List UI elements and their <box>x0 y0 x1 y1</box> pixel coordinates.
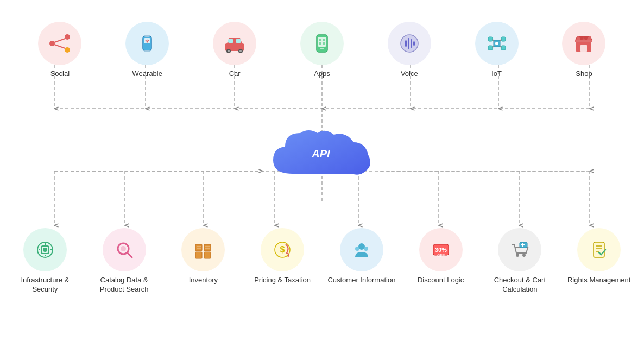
inventory-icon <box>181 228 225 271</box>
checkout-icon <box>498 228 541 271</box>
svg-text:API: API <box>311 148 330 160</box>
iot-icon <box>475 22 519 65</box>
svg-point-67 <box>43 248 47 252</box>
svg-rect-76 <box>204 244 211 251</box>
svg-line-58 <box>500 39 501 41</box>
svg-rect-41 <box>320 48 324 49</box>
svg-text:30%: 30% <box>435 247 447 253</box>
svg-point-86 <box>355 247 359 251</box>
svg-rect-40 <box>318 37 326 47</box>
rights-icon <box>577 228 621 271</box>
shop-icon <box>562 22 605 65</box>
svg-point-38 <box>239 50 242 52</box>
svg-rect-44 <box>319 42 321 45</box>
svg-rect-45 <box>323 42 325 45</box>
inventory-node: Inventory <box>168 228 238 294</box>
svg-line-60 <box>500 46 501 48</box>
svg-point-22 <box>49 41 55 46</box>
svg-rect-53 <box>488 37 493 41</box>
car-node: Car <box>199 22 270 79</box>
api-cloud: API <box>262 125 382 190</box>
voice-label: Voice <box>401 70 418 79</box>
discount-icon: 30% OFF <box>419 228 463 271</box>
svg-rect-34 <box>236 39 241 43</box>
svg-rect-48 <box>408 38 409 49</box>
rights-node: Rights Management <box>564 228 634 294</box>
pricing-node: $ Pricing & Taxation <box>247 228 318 294</box>
svg-rect-56 <box>501 46 506 50</box>
svg-rect-64 <box>575 40 592 42</box>
svg-rect-63 <box>580 45 587 52</box>
iot-node: IoT <box>462 22 532 79</box>
svg-rect-54 <box>501 37 506 41</box>
svg-point-91 <box>516 254 519 257</box>
social-icon <box>38 22 81 65</box>
shop-label: Shop <box>576 70 592 79</box>
svg-rect-75 <box>195 244 202 251</box>
svg-rect-77 <box>195 252 202 258</box>
pricing-icon: $ <box>261 228 304 271</box>
svg-point-74 <box>121 246 126 251</box>
customer-label: Customer Information <box>327 276 395 285</box>
pricing-label: Pricing & Taxation <box>254 276 311 285</box>
svg-rect-43 <box>323 39 325 41</box>
svg-point-23 <box>65 34 70 40</box>
catalog-icon <box>103 228 146 271</box>
infra-icon <box>23 228 67 271</box>
svg-point-87 <box>364 247 368 251</box>
discount-node: 30% OFF Discount Logic <box>406 228 476 294</box>
apps-icon <box>300 22 344 65</box>
svg-line-57 <box>493 39 494 41</box>
catalog-label: Catalog Data & Product Search <box>89 276 160 294</box>
svg-point-31 <box>147 41 148 43</box>
car-label: Car <box>229 70 241 79</box>
svg-text:$: $ <box>280 245 285 254</box>
discount-label: Discount Logic <box>418 276 464 285</box>
voice-node: Voice <box>374 22 445 79</box>
rights-label: Rights Management <box>567 276 630 285</box>
shop-node: Shop <box>548 22 619 79</box>
svg-rect-96 <box>594 242 604 257</box>
bottom-nodes: Infrastructure & Security Catalog Data &… <box>0 228 644 294</box>
inventory-label: Inventory <box>189 276 218 285</box>
checkout-label: Checkout & Cart Calculation <box>484 276 555 294</box>
svg-text:OFF: OFF <box>437 254 445 257</box>
wearable-icon <box>125 22 169 65</box>
apps-node: Apps <box>287 22 357 79</box>
svg-rect-55 <box>488 46 493 50</box>
svg-line-73 <box>127 252 132 257</box>
apps-label: Apps <box>314 70 330 79</box>
svg-point-52 <box>495 42 498 45</box>
svg-rect-29 <box>144 35 150 37</box>
infra-label: Infrastructure & Security <box>10 276 80 294</box>
social-node: Social <box>24 22 95 79</box>
customer-icon <box>340 228 383 271</box>
api-diagram: API Social <box>0 0 644 341</box>
catalog-node: Catalog Data & Product Search <box>89 228 160 294</box>
top-nodes: Social Wearable <box>0 22 644 79</box>
car-icon <box>213 22 256 65</box>
svg-rect-33 <box>228 39 233 43</box>
svg-line-26 <box>54 45 65 48</box>
social-label: Social <box>50 70 70 79</box>
customer-node: Customer Information <box>326 228 397 294</box>
iot-label: IoT <box>491 70 502 79</box>
wearable-label: Wearable <box>132 70 162 79</box>
cloud-shape: API <box>262 125 382 190</box>
svg-line-25 <box>54 39 65 42</box>
svg-point-24 <box>65 47 70 53</box>
svg-rect-47 <box>405 40 407 47</box>
svg-rect-78 <box>204 252 211 258</box>
svg-rect-50 <box>413 41 415 46</box>
svg-point-36 <box>228 50 230 52</box>
svg-rect-30 <box>144 50 150 52</box>
svg-rect-42 <box>319 39 321 41</box>
svg-point-92 <box>522 254 526 257</box>
svg-rect-49 <box>411 39 412 48</box>
voice-icon <box>388 22 431 65</box>
checkout-node: Checkout & Cart Calculation <box>484 228 555 294</box>
infra-node: Infrastructure & Security <box>10 228 80 294</box>
wearable-node: Wearable <box>112 22 182 79</box>
svg-line-59 <box>493 46 494 48</box>
